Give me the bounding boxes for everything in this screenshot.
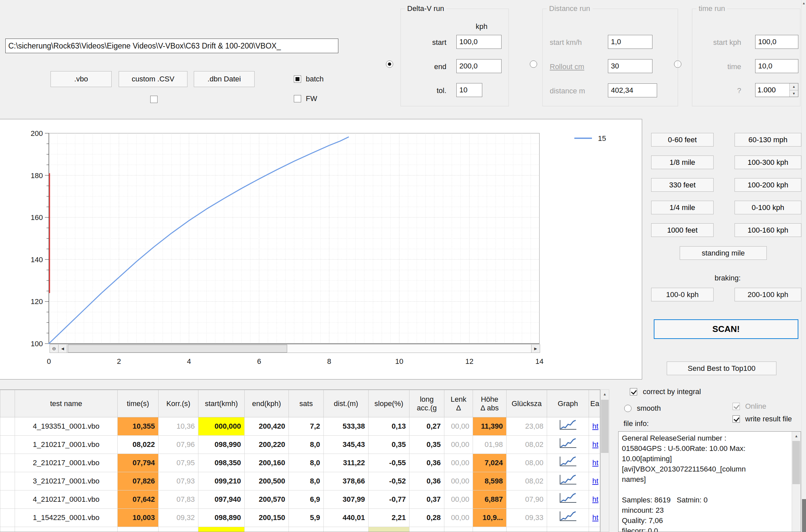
time-cell[interactable] bbox=[118, 527, 158, 532]
name-cell[interactable] bbox=[15, 527, 118, 532]
acc-cell[interactable]: 0,37 bbox=[410, 491, 444, 509]
slope-cell[interactable]: -0,77 bbox=[369, 491, 410, 509]
graph-cell[interactable] bbox=[547, 509, 589, 527]
result-link[interactable]: ht bbox=[592, 495, 598, 504]
file-info-box[interactable]: General ReleaseSerial number : 015804GPS… bbox=[618, 431, 801, 532]
result-link-cell[interactable]: ht bbox=[589, 417, 600, 436]
slope-cell[interactable]: -0,55 bbox=[369, 454, 410, 472]
standing-mile-button[interactable]: standing mile bbox=[680, 246, 767, 260]
korr-cell[interactable]: 07,96 bbox=[158, 436, 199, 454]
result-link[interactable]: ht bbox=[592, 477, 598, 485]
start-cell[interactable]: 098,350 bbox=[199, 454, 245, 472]
name-cell[interactable]: 1_210217_0001.vbo bbox=[15, 436, 118, 454]
result-link[interactable]: ht bbox=[592, 422, 598, 430]
batch-checkbox[interactable] bbox=[294, 75, 301, 83]
end-cell[interactable] bbox=[245, 527, 289, 532]
distance-run-radio[interactable] bbox=[530, 60, 537, 68]
column-header-graph[interactable]: Graph bbox=[547, 390, 589, 417]
column-header-long-acc-g[interactable]: long acc.(g bbox=[410, 390, 444, 417]
sats-cell[interactable]: 5,9 bbox=[289, 509, 324, 527]
smooth-radio[interactable] bbox=[624, 405, 632, 412]
column-header-end-kph[interactable]: end(kph) bbox=[245, 390, 289, 417]
dist-cell[interactable]: 440,01 bbox=[324, 509, 369, 527]
start-cell[interactable]: 000,000 bbox=[199, 417, 245, 436]
lenk-cell[interactable]: 00,00 bbox=[444, 436, 473, 454]
result-link-cell[interactable]: ht bbox=[589, 509, 600, 527]
table-vertical-scrollbar[interactable]: ▲ bbox=[600, 390, 609, 532]
spinner-down-icon[interactable]: ▼ bbox=[790, 90, 798, 97]
column-header-time-s[interactable]: time(s) bbox=[118, 390, 158, 417]
table-row-partial[interactable] bbox=[0, 527, 600, 532]
time-run-start-input[interactable] bbox=[755, 35, 798, 49]
slope-cell[interactable]: -0,52 bbox=[369, 472, 410, 491]
dist-cell[interactable]: 345,43 bbox=[324, 436, 369, 454]
row-selector-cell[interactable] bbox=[0, 436, 15, 454]
quick-button-0-100-kph[interactable]: 0-100 kph bbox=[734, 201, 801, 214]
column-header-korr-s[interactable]: Korr.(s) bbox=[158, 390, 199, 417]
end-cell[interactable]: 200,220 bbox=[245, 436, 289, 454]
quick-button-60-130-mph[interactable]: 60-130 mph bbox=[734, 133, 801, 147]
end-cell[interactable]: 200,160 bbox=[245, 454, 289, 472]
time-run-time-input[interactable] bbox=[755, 59, 798, 73]
end-cell[interactable]: 200,420 bbox=[245, 417, 289, 436]
chart-scroll-right-button[interactable]: ► bbox=[531, 345, 540, 353]
start-cell[interactable]: 098,890 bbox=[199, 509, 245, 527]
dist-cell[interactable]: 307,99 bbox=[324, 491, 369, 509]
hoehe-cell[interactable]: 10,9... bbox=[473, 509, 507, 527]
korr-cell[interactable]: 07,95 bbox=[158, 454, 199, 472]
start-cell[interactable]: 099,210 bbox=[199, 472, 245, 491]
slope-cell[interactable] bbox=[369, 527, 410, 532]
graph-cell[interactable] bbox=[547, 417, 589, 436]
graph-thumbnail-icon[interactable] bbox=[558, 474, 578, 487]
graph-cell[interactable] bbox=[547, 527, 589, 532]
window-scroll-up-icon[interactable]: ▲ bbox=[802, 0, 806, 7]
result-link-cell[interactable]: ht bbox=[589, 436, 600, 454]
lenk-cell[interactable] bbox=[444, 527, 473, 532]
table-row[interactable]: 4_193351_0001.vbo10,35510,36000,000200,4… bbox=[0, 417, 600, 436]
time-cell[interactable]: 10,003 bbox=[118, 509, 158, 527]
quick-button-1-4-mile[interactable]: 1/4 mile bbox=[651, 201, 714, 214]
hoehe-cell[interactable]: 11,390 bbox=[473, 417, 507, 436]
graph-cell[interactable] bbox=[547, 454, 589, 472]
chart-zoom-out-button[interactable]: ⊖ bbox=[50, 345, 58, 353]
glueck-cell[interactable]: 23,08 bbox=[507, 417, 547, 436]
chart-scrollbar-thumb[interactable] bbox=[68, 345, 287, 353]
korr-cell[interactable] bbox=[158, 527, 199, 532]
row-selector-cell[interactable] bbox=[0, 472, 15, 491]
graph-thumbnail-icon[interactable] bbox=[558, 455, 578, 469]
write-result-file-checkbox[interactable] bbox=[733, 415, 740, 423]
acc-cell[interactable]: 0,36 bbox=[410, 454, 444, 472]
braking-100-0-button[interactable]: 100-0 kph bbox=[651, 288, 714, 301]
korr-cell[interactable]: 07,93 bbox=[158, 472, 199, 491]
dist-cell[interactable]: 378,66 bbox=[324, 472, 369, 491]
time-cell[interactable]: 07,826 bbox=[118, 472, 158, 491]
time-cell[interactable]: 07,642 bbox=[118, 491, 158, 509]
correct-by-integral-checkbox[interactable] bbox=[630, 388, 637, 395]
lenk-cell[interactable]: 00,00 bbox=[444, 472, 473, 491]
glueck-cell[interactable] bbox=[507, 527, 547, 532]
chart-horizontal-scrollbar[interactable]: ⊖ ◄ ► bbox=[50, 344, 540, 353]
distance-start-input[interactable] bbox=[608, 35, 653, 49]
graph-cell[interactable] bbox=[547, 472, 589, 491]
end-cell[interactable]: 200,570 bbox=[245, 491, 289, 509]
dbn-datei-button[interactable]: .dbn Datei bbox=[194, 71, 255, 87]
start-cell[interactable]: 098,990 bbox=[199, 436, 245, 454]
fw-checkbox[interactable] bbox=[294, 95, 301, 102]
row-selector-cell[interactable] bbox=[0, 454, 15, 472]
table-row[interactable]: 1_154225_0001.vbo10,00309,32098,890200,1… bbox=[0, 509, 600, 527]
korr-cell[interactable]: 10,36 bbox=[158, 417, 199, 436]
csv-option-checkbox[interactable] bbox=[150, 96, 157, 103]
lenk-cell[interactable]: 00,00 bbox=[444, 417, 473, 436]
scan-button[interactable]: SCAN! bbox=[654, 319, 798, 339]
deltav-end-input[interactable] bbox=[456, 59, 502, 73]
sats-cell[interactable] bbox=[289, 527, 324, 532]
graph-thumbnail-icon[interactable] bbox=[558, 419, 578, 432]
glueck-cell[interactable]: 08,00 bbox=[507, 454, 547, 472]
acc-cell[interactable]: 0,35 bbox=[410, 436, 444, 454]
graph-cell[interactable] bbox=[547, 491, 589, 509]
deltav-run-radio[interactable] bbox=[386, 60, 393, 68]
window-scrollbar-thumb[interactable] bbox=[802, 499, 806, 532]
graph-cell[interactable] bbox=[547, 436, 589, 454]
acc-cell[interactable] bbox=[410, 527, 444, 532]
column-header-dist-m[interactable]: dist.(m) bbox=[324, 390, 369, 417]
